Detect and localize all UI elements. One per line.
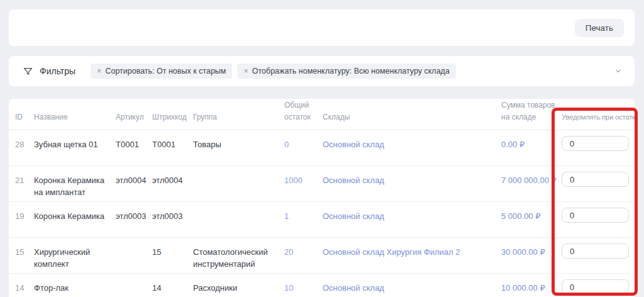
table-row: 14Фтор-лак14Расходники10Основной склад10… (9, 274, 635, 297)
total-stock-link-cell: 1000 (284, 166, 323, 186)
filters-label: Фильтры (40, 66, 75, 76)
cell-id: 19 (15, 202, 34, 222)
total-stock-link[interactable]: 10 (284, 283, 293, 293)
table-row: 15Хирургический комплект15Стоматологичес… (9, 238, 635, 274)
warehouse-link[interactable]: Основной склад (323, 176, 384, 185)
cell-article (116, 274, 152, 282)
total-stock-link[interactable]: 1 (284, 211, 289, 221)
cell-notify (562, 238, 634, 259)
cell-name: Коронка Керамика (34, 202, 116, 222)
cell-id: 15 (15, 238, 34, 258)
column-header-id: ID (15, 111, 34, 130)
cell-id: 21 (15, 166, 34, 186)
cell-barcode: T0001 (152, 130, 193, 150)
filter-chip[interactable]: ×Отображать номенклатуру: Всю номенклату… (237, 64, 455, 79)
stock-sum-link[interactable]: 30 000.00 ₽ (501, 247, 545, 257)
stock-sum-link[interactable]: 10 000.00 ₽ (501, 283, 545, 293)
total-stock-link[interactable]: 20 (284, 247, 293, 257)
filter-chip-label: Сортировать: От новых к старым (105, 67, 226, 76)
cell-group: Стоматологический инструментарий (193, 238, 284, 270)
warehouse-link[interactable]: Основной склад (323, 140, 384, 149)
notify-input[interactable] (562, 136, 629, 151)
table-body: 28Зубная щетка 01T0001T0001Товары0Основн… (9, 130, 635, 297)
toolbar-card: Печать (9, 9, 635, 46)
warehouse-link[interactable]: Основной склад Хирургия Филиал 2 (323, 247, 460, 257)
funnel-icon (23, 66, 33, 77)
warehouse-link[interactable]: Основной склад (323, 283, 384, 293)
stock-sum-link-cell: 10 000.00 ₽ (501, 274, 562, 294)
cell-notify (562, 166, 634, 187)
notify-input[interactable] (562, 208, 629, 223)
cell-notify (562, 274, 634, 294)
x-icon[interactable]: × (243, 67, 248, 76)
inventory-table-card: IDНазваниеАртикулШтрихкодГруппаОбщий ост… (9, 99, 635, 297)
cell-barcode: этл0004 (152, 166, 193, 186)
table-row: 19Коронка Керамикаэтл0003этл00031Основно… (9, 202, 635, 238)
print-button[interactable]: Печать (575, 19, 624, 37)
total-stock-link-cell: 0 (284, 130, 323, 150)
warehouse-link-cell: Основной склад (323, 274, 501, 294)
notify-input[interactable] (562, 244, 629, 259)
cell-name: Зубная щетка 01 (34, 130, 116, 150)
notify-input[interactable] (562, 279, 629, 294)
cell-article: этл0003 (116, 202, 152, 222)
column-header-warehouse: Склады (323, 111, 501, 130)
stock-sum-link[interactable]: 0.00 ₽ (501, 140, 525, 149)
stock-sum-link-cell: 5 000.00 ₽ (501, 202, 562, 222)
warehouse-link[interactable]: Основной склад (323, 211, 384, 221)
cell-group: Товары (193, 130, 284, 150)
stock-sum-link[interactable]: 5 000.00 ₽ (501, 211, 541, 221)
cell-group: Расходники (193, 274, 284, 294)
cell-id: 28 (15, 130, 34, 150)
cell-notify (562, 202, 634, 223)
column-header-notify: Уведомлять при остатке (562, 111, 635, 130)
cell-notify (562, 130, 634, 151)
filter-chips: ×Сортировать: От новых к старым×Отобража… (91, 64, 607, 79)
table-row: 21Коронка Керамика на имплантатэтл0004эт… (9, 166, 635, 202)
x-icon[interactable]: × (97, 67, 101, 76)
column-header-barcode: Штрихкод (152, 111, 193, 130)
column-header-group: Группа (193, 111, 284, 130)
cell-group (193, 202, 284, 210)
stock-sum-link[interactable]: 7 000 000.00 ₽ (501, 176, 557, 185)
stock-sum-link-cell: 0.00 ₽ (501, 130, 562, 150)
cell-name: Коронка Керамика на имплантат (34, 166, 116, 198)
cell-barcode: 15 (152, 238, 193, 258)
total-stock-link-cell: 1 (284, 202, 323, 222)
filter-chip[interactable]: ×Сортировать: От новых к старым (91, 64, 232, 79)
stock-sum-link-cell: 7 000 000.00 ₽ (501, 166, 562, 186)
cell-article (116, 238, 152, 246)
cell-name: Хирургический комплект (34, 238, 116, 270)
column-header-article: Артикул (116, 111, 152, 130)
warehouse-link-cell: Основной склад (323, 130, 501, 150)
cell-id: 14 (15, 274, 34, 294)
total-stock-link[interactable]: 1000 (284, 176, 303, 185)
total-stock-link-cell: 10 (284, 274, 323, 294)
column-header-name: Название (34, 111, 116, 130)
cell-barcode: этл0003 (152, 202, 193, 222)
filters-bar: Фильтры ×Сортировать: От новых к старым×… (9, 56, 635, 86)
total-stock-link-cell: 20 (284, 238, 323, 258)
cell-group (193, 166, 284, 174)
table-header-row: IDНазваниеАртикулШтрихкодГруппаОбщий ост… (9, 99, 635, 130)
cell-article: T0001 (116, 130, 152, 150)
column-header-total: Общий остаток (284, 99, 323, 130)
warehouse-link-cell: Основной склад (323, 166, 501, 186)
chevron-down-icon[interactable] (614, 67, 622, 75)
warehouse-link-cell: Основной склад Хирургия Филиал 2 (323, 238, 501, 258)
notify-input[interactable] (562, 172, 629, 187)
cell-article: этл0004 (116, 166, 152, 186)
warehouse-link-cell: Основной склад (323, 202, 501, 222)
stock-sum-link-cell: 30 000.00 ₽ (501, 238, 562, 258)
table-row: 28Зубная щетка 01T0001T0001Товары0Основн… (9, 130, 635, 166)
cell-barcode: 14 (152, 274, 193, 294)
cell-name: Фтор-лак (34, 274, 116, 294)
filter-chip-label: Отображать номенклатуру: Всю номенклатур… (252, 67, 450, 76)
total-stock-link[interactable]: 0 (284, 140, 289, 149)
column-header-sum: Сумма товаров на складе (501, 99, 562, 130)
